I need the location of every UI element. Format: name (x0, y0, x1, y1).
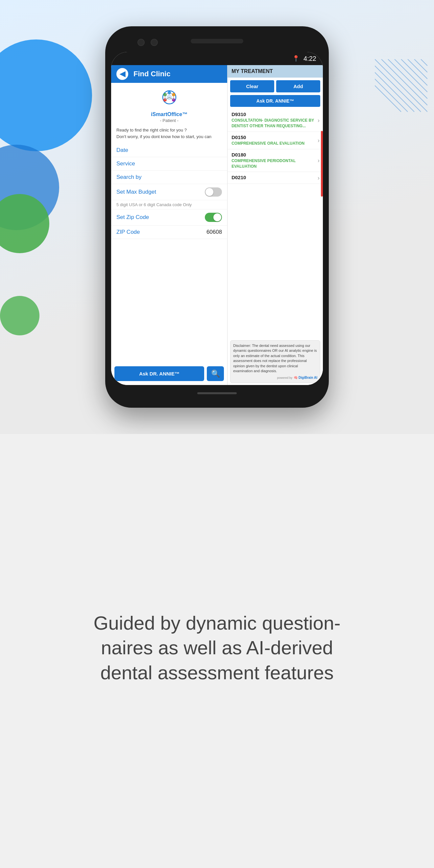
scroll-indicator (321, 131, 323, 197)
search-icon: 🔍 (211, 370, 220, 378)
logo-container: iSmartOffice™ - Patient - (151, 88, 187, 123)
bottom-section: Guided by dynamic question-naires as wel… (0, 434, 434, 868)
right-panel: MY TREATMENT Clear Add Ask DR. ANNIE™ D9… (227, 65, 323, 385)
left-panel: ◀ Find Clinic (111, 65, 227, 385)
treatment-item-d0150[interactable]: D0150 COMPREHENSIVE ORAL EVALUATION › (227, 132, 323, 149)
phone-camera-right (151, 39, 158, 46)
home-indicator (197, 392, 237, 394)
disclaimer-footer: powered by 🧠 DigiBrain AI (233, 375, 317, 380)
svg-line-4 (401, 59, 427, 86)
zip-code-value: 60608 (207, 229, 222, 236)
chevron-icon-d0150: › (318, 137, 319, 144)
chevron-icon-d9310: › (318, 117, 319, 124)
phone-bottom (197, 385, 237, 401)
treatment-desc-d9310: CONSULTATION- DIAGNOSTIC SERVICE BY DENT… (231, 118, 319, 129)
chevron-icon-d0180: › (318, 157, 319, 164)
disclaimer-box: Disclaimer: The dental need assessed usi… (230, 340, 320, 383)
phone-speaker (191, 39, 243, 43)
powered-by-label: powered by (277, 376, 292, 380)
set-zip-label: Set Zip Code (116, 214, 205, 221)
bg-lines-decoration (375, 59, 427, 164)
treatment-desc-d0180: COMPREHENSIVE PERIODONTAL EVALUATION (231, 158, 319, 169)
treatment-item-d9310[interactable]: D9310 CONSULTATION- DIAGNOSTIC SERVICE B… (227, 109, 323, 132)
svg-line-2 (388, 59, 427, 99)
phone-frame: 📍 4:22 ◀ Find Clinic (105, 26, 329, 408)
digibrain-logo: 🧠 DigiBrain AI (293, 375, 317, 380)
screen-content: ◀ Find Clinic (111, 65, 323, 385)
treatment-code-d0180: D0180 (231, 152, 319, 157)
treatment-list: D9310 CONSULTATION- DIAGNOSTIC SERVICE B… (227, 109, 323, 338)
bg-circle-blue-top (0, 39, 92, 151)
back-button[interactable]: ◀ (116, 68, 128, 80)
treatment-item-d0210[interactable]: D0210 › (227, 172, 323, 184)
phone-screen: 📍 4:22 ◀ Find Clinic (111, 52, 323, 385)
svg-line-11 (375, 86, 401, 112)
chevron-icon-d0210: › (318, 174, 319, 181)
search-button[interactable]: 🔍 (207, 366, 224, 381)
svg-line-9 (375, 72, 414, 112)
treatment-code-d0150: D0150 (231, 134, 319, 140)
service-label: Service (116, 160, 222, 167)
zip-code-row: ZIP Code 60608 (111, 225, 227, 239)
app-logo-icon (158, 88, 181, 111)
treatment-item-d0180[interactable]: D0180 COMPREHENSIVE PERIODONTAL EVALUATI… (227, 149, 323, 172)
max-budget-label: Set Max Budget (116, 189, 205, 195)
treatment-actions: Clear Add (227, 78, 323, 95)
location-icon: 📍 (292, 55, 300, 62)
search-by-label: Search by (116, 174, 222, 181)
svg-line-1 (381, 59, 427, 105)
app-name: iSmartOffice™ (151, 111, 187, 118)
svg-line-8 (375, 66, 421, 112)
bottom-buttons: Ask DR. ANNIE™ 🔍 (111, 362, 227, 385)
app-patient-label: - Patient - (160, 118, 178, 123)
intro-line1: Ready to find the right clinic for you ? (116, 127, 222, 133)
set-zip-toggle[interactable] (205, 213, 222, 222)
set-zip-knob (213, 213, 221, 221)
max-budget-row: Set Max Budget (111, 184, 227, 200)
treatment-desc-d0150: COMPREHENSIVE ORAL EVALUATION (231, 141, 319, 146)
add-button[interactable]: Add (276, 80, 320, 92)
bg-circle-green-bottom (0, 296, 39, 335)
phone-notch (111, 33, 323, 52)
disclaimer-text: Disclaimer: The dental need assessed usi… (233, 343, 317, 373)
intro-text-area: Ready to find the right clinic for you ?… (111, 126, 227, 141)
treatment-code-d9310: D9310 (231, 112, 319, 117)
phone-camera-left (137, 39, 145, 46)
page-title: Find Clinic (133, 70, 170, 78)
svg-line-6 (414, 59, 427, 72)
status-bar: 📍 4:22 (111, 52, 323, 65)
set-zip-row: Set Zip Code (111, 210, 227, 225)
svg-line-0 (375, 59, 427, 112)
svg-line-3 (395, 59, 427, 92)
date-label: Date (116, 147, 222, 154)
service-field-row[interactable]: Service (111, 157, 227, 170)
ask-annie-panel-button[interactable]: Ask DR. ANNIE™ (230, 95, 320, 107)
svg-line-7 (421, 59, 427, 66)
bottom-description: Guided by dynamic question-naires as wel… (89, 611, 345, 685)
svg-line-10 (375, 79, 408, 112)
zip-hint-text: 5 digit USA or 6 digit Canada code Only (111, 200, 227, 210)
app-header: ◀ Find Clinic (111, 65, 227, 83)
treatment-header: MY TREATMENT (227, 65, 323, 78)
treatment-code-d0210: D0210 (231, 175, 319, 180)
max-budget-toggle[interactable] (205, 187, 222, 197)
clear-button[interactable]: Clear (230, 80, 274, 92)
max-budget-knob (206, 188, 213, 196)
background-wrapper: 📍 4:22 ◀ Find Clinic (0, 0, 434, 434)
status-time: 4:22 (304, 55, 316, 62)
zip-code-label: ZIP Code (116, 229, 207, 236)
search-by-field-row[interactable]: Search by (111, 170, 227, 184)
ask-annie-button[interactable]: Ask DR. ANNIE™ (115, 366, 204, 381)
back-icon: ◀ (120, 70, 125, 78)
intro-line2: Don't worry, if you dont know how to sta… (116, 133, 222, 140)
date-field-row[interactable]: Date (111, 144, 227, 157)
logo-area: iSmartOffice™ - Patient - (111, 83, 227, 126)
form-fields: Date Service Search by Set Max Budget (111, 141, 227, 362)
